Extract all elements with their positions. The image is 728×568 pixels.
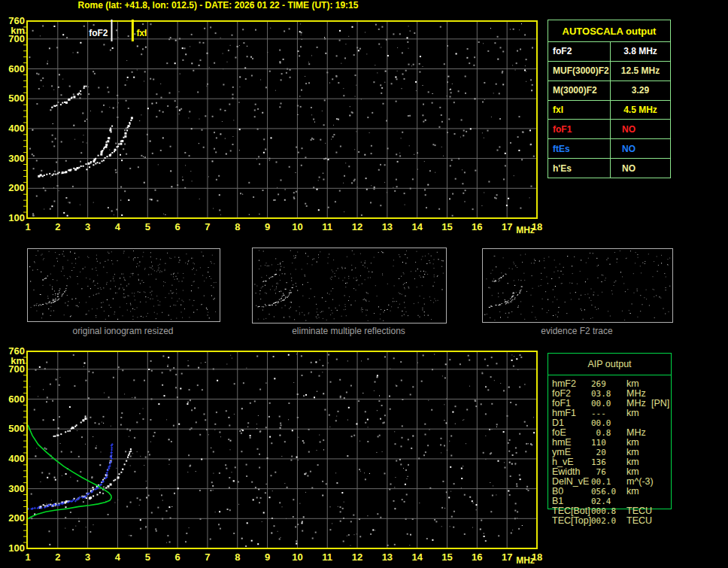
fxI-marker-label: fxI [136, 28, 147, 38]
autoscala-row-M(3000)F2: M(3000)F23.29 [548, 81, 670, 101]
autoscala-row-value: 4.5 MHz [611, 101, 670, 120]
axis-tick-label: 9 [265, 551, 270, 563]
axis-tick-label: 16 [472, 551, 482, 563]
aip-value: 00.0 [591, 399, 611, 409]
axis-tick-label: 100 [8, 212, 25, 223]
aip-row-TEC[Top]: TEC[Top]002.0TECU [548, 516, 672, 526]
axis-tick-label: 1 [25, 551, 30, 563]
aip-row-hmF1: hmF1---km [548, 409, 672, 418]
aip-value: 136 [591, 457, 606, 467]
autoscala-row-label: MUF(3000)F2 [548, 62, 611, 80]
aip-value: 02.4 [591, 497, 611, 506]
autoscala-output-table: AUTOSCALA output foF23.8 MHzMUF(3000)F21… [548, 20, 671, 178]
axis-tick-label: 3 [85, 551, 90, 563]
aip-value: 76 [591, 467, 606, 477]
ionogram-top-plot: 123456789101112131415161718MHz7607006005… [0, 11, 545, 238]
axis-tick-label: 12 [352, 551, 362, 563]
autoscala-row-value: NO [611, 139, 670, 158]
foF2-marker-label: foF2 [89, 28, 108, 38]
axis-tick-label: 200 [8, 512, 25, 524]
axis-tick-label: 15 [441, 551, 452, 563]
autoscala-row-label: ftEs [548, 139, 611, 158]
axis-tick-label: 12 [352, 221, 362, 232]
axis-tick-label: km [11, 355, 25, 366]
axis-tick-label: 10 [292, 221, 302, 232]
axis-tick-label: 3 [85, 221, 90, 232]
page-title: Rome (lat: +41.8, lon: 012.5) - DATE: 20… [45, 0, 391, 11]
axis-tick-label: 400 [8, 453, 25, 464]
axis-tick-label: 500 [8, 93, 25, 104]
thumbnail-original-ionogram [27, 248, 220, 322]
aip-value: 056.0 [591, 487, 616, 497]
axis-tick-label: 2 [55, 551, 60, 563]
axis-tick-label: 300 [8, 153, 25, 164]
aip-unit: km [626, 487, 639, 497]
aip-value: 002.0 [591, 516, 616, 526]
autoscala-row-label: M(3000)F2 [548, 81, 611, 100]
axis-tick-label: 11 [322, 221, 332, 232]
axis-tick-label: 5 [145, 221, 150, 232]
aip-value: 00.1 [591, 477, 611, 487]
aip-value: 000.8 [591, 506, 616, 516]
axis-tick-label: 6 [175, 551, 180, 563]
profile-curve [28, 425, 111, 519]
axis-tick-label: km [11, 25, 25, 36]
autoscala-table-title: AUTOSCALA output [548, 20, 670, 42]
thumbnail-caption-3: evidence F2 trace [482, 326, 672, 336]
axis-tick-label: 500 [8, 423, 25, 434]
aip-value: 20 [591, 448, 606, 457]
axis-tick-label: 13 [382, 221, 393, 232]
axis-tick-label: 8 [235, 221, 240, 232]
aip-value: 03.8 [591, 389, 611, 399]
aip-value: 00.0 [591, 418, 611, 428]
axis-tick-label: 1 [25, 221, 30, 232]
aip-unit: TECU [626, 516, 652, 526]
thumbnail-caption-1: original ionogram resized [27, 326, 219, 336]
axis-tick-label: 6 [175, 221, 180, 232]
autoscala-table-rows: foF23.8 MHzMUF(3000)F212.5 MHzM(3000)F23… [548, 42, 670, 178]
autoscala-row-fxI: fxI4.5 MHz [548, 101, 670, 120]
autoscala-row-value: 12.5 MHz [611, 62, 670, 80]
aip-output-table: AIP output hmF2269kmfoF203.8MHzfoF100.0M… [548, 353, 672, 509]
axis-tick-label: 600 [8, 63, 25, 74]
axis-tick-label: 4 [115, 221, 121, 232]
autoscala-row-value: NO [611, 120, 670, 138]
axis-tick-label: 16 [472, 221, 482, 232]
axis-tick-label: 400 [8, 123, 25, 134]
axis-tick-label: 2 [55, 221, 60, 232]
axis-tick-label: 100 [8, 542, 25, 554]
axis-tick-label: 5 [145, 551, 150, 563]
aip-row-DelN_vE: DelN_vE00.1m^(-3) [548, 477, 672, 487]
aip-row-B0: B0056.0km [548, 487, 672, 497]
axis-tick-label: MHz [516, 225, 535, 235]
aip-row-D1: D100.0 [548, 418, 672, 428]
autoscala-row-label: foF1 [548, 120, 611, 138]
autoscala-screen: Rome (lat: +41.8, lon: 012.5) - DATE: 20… [0, 0, 728, 568]
autoscala-row-label: h'Es [548, 159, 611, 178]
axis-tick-label: 17 [502, 221, 512, 232]
autoscala-row-label: fxI [548, 101, 611, 120]
axis-tick-label: MHz [516, 555, 535, 566]
thumbnail-evidence-f2-trace [482, 248, 673, 323]
autoscala-row-foF1: foF1NO [548, 120, 670, 139]
aip-label: TEC[Top] [552, 516, 591, 526]
autoscala-row-value: NO [611, 159, 670, 178]
autoscala-row-foF2: foF23.8 MHz [548, 42, 670, 62]
axis-tick-label: 300 [8, 483, 25, 494]
axis-tick-label: 7 [205, 551, 210, 563]
autoscala-row-ftEs: ftEsNO [548, 139, 670, 159]
axis-tick-label: 13 [382, 551, 393, 563]
aip-value: --- [591, 409, 606, 418]
ionogram-bottom-plot: 123456789101112131415161718MHz7607006005… [0, 342, 545, 568]
axis-tick-label: 14 [411, 221, 423, 232]
axis-tick-label: 11 [322, 551, 332, 563]
axis-tick-label: 15 [441, 221, 452, 232]
autoscala-row-MUF(3000)F2: MUF(3000)F212.5 MHz [548, 62, 670, 81]
aip-value: 269 [591, 379, 606, 389]
thumbnail-caption-2: eliminate multiple reflections [252, 326, 445, 336]
aip-value: 0.8 [591, 428, 611, 438]
axis-tick-label: 8 [235, 551, 240, 563]
axis-tick-label: 10 [292, 551, 302, 563]
axis-tick-label: 17 [502, 551, 512, 563]
axis-tick-label: 7 [205, 221, 210, 232]
